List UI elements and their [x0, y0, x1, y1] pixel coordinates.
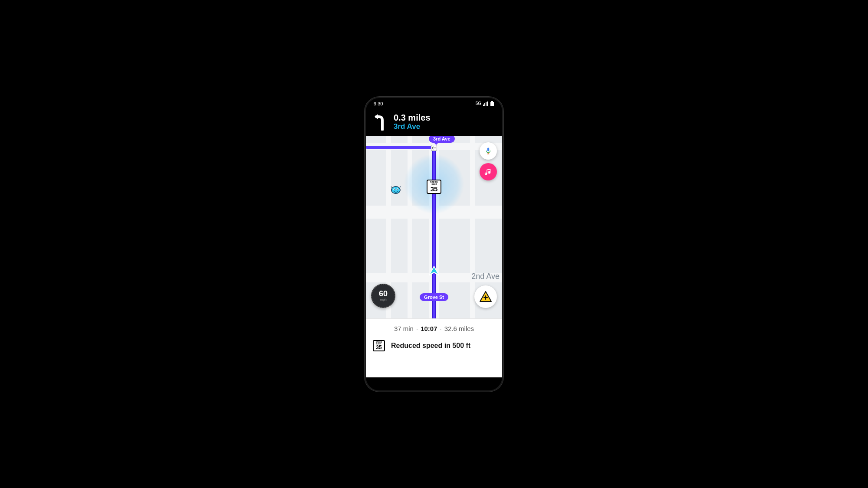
svg-point-2 [391, 186, 400, 193]
music-button[interactable] [480, 163, 497, 180]
current-speed: 60 [379, 290, 388, 298]
mic-icon [484, 147, 492, 155]
street-label-pill: 3rd Ave [429, 136, 455, 143]
status-indicators: 5G [476, 101, 494, 106]
speed-limit-sign-small: SPEED LIMIT 35 [373, 340, 385, 351]
speed-limit-sign: SPEED LIMIT 35 [427, 180, 441, 194]
svg-point-6 [397, 189, 398, 190]
svg-point-4 [394, 189, 395, 190]
wazer-icon [390, 185, 402, 195]
nav-instruction[interactable]: 0.3 miles 3rd Ave [366, 109, 502, 136]
svg-rect-0 [491, 101, 493, 102]
network-label: 5G [476, 101, 481, 106]
status-time: 9:30 [374, 101, 383, 106]
route-line [432, 146, 436, 318]
svg-rect-7 [487, 147, 490, 151]
svg-point-8 [486, 173, 487, 174]
alert-row[interactable]: SPEED LIMIT 35 Reduced speed in 500 ft [366, 337, 502, 357]
current-location-arrow [428, 265, 440, 278]
report-button[interactable] [474, 285, 497, 308]
street-label-pill: Grove St [420, 293, 448, 301]
nav-distance: 0.3 miles [394, 113, 431, 122]
phone-frame: 9:30 5G 0.3 miles 3rd Ave [365, 97, 503, 392]
eta-arrival: 10:07 [421, 325, 437, 332]
eta-duration: 37 min [394, 325, 414, 332]
music-icon [484, 168, 492, 176]
map-canvas[interactable]: 3rd Ave SPEED LIMIT 35 2nd Ave G [366, 136, 502, 318]
cross-street-label: 2nd Ave [471, 272, 500, 281]
svg-point-9 [489, 172, 490, 174]
route-line [366, 146, 434, 149]
alert-text: Reduced speed in 500 ft [391, 342, 470, 350]
voice-search-button[interactable] [480, 142, 497, 160]
eta-distance: 32.6 miles [444, 325, 474, 332]
eta-row: 37 min · 10:07 · 32.6 miles [366, 319, 502, 337]
status-bar: 9:30 5G [366, 98, 502, 109]
warning-plus-icon [479, 291, 492, 303]
signal-icon [483, 102, 488, 106]
battery-icon [490, 101, 494, 106]
home-indicator[interactable] [423, 386, 445, 388]
turn-left-icon [373, 113, 388, 131]
svg-rect-1 [490, 102, 494, 106]
turn-marker [431, 145, 437, 151]
map-road [470, 136, 475, 318]
eta-panel[interactable]: 37 min · 10:07 · 32.6 miles SPEED LIMIT … [366, 318, 502, 377]
nav-street: 3rd Ave [394, 122, 431, 131]
speed-unit: mph [380, 298, 387, 301]
speedometer[interactable]: 60 mph [371, 284, 395, 308]
